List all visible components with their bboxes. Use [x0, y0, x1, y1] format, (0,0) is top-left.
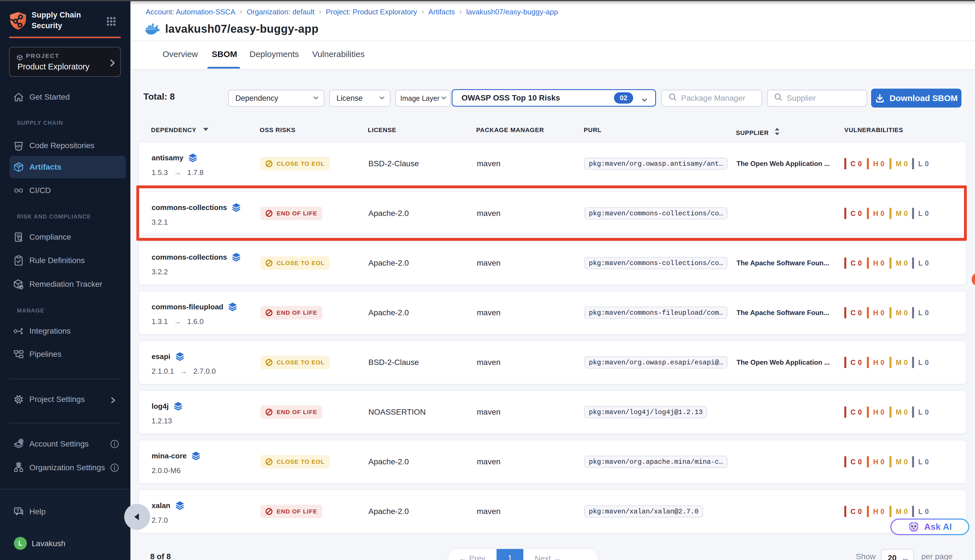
svg-text:?: ? — [17, 508, 19, 513]
